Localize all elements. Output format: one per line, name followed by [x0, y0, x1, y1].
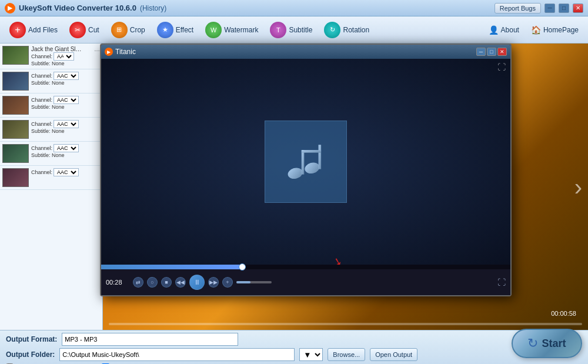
- file-thumb-4: [2, 144, 29, 163]
- channel-select-2[interactable]: AAC: [54, 96, 79, 104]
- list-item: Channel: AAC Subtitle: None: [0, 118, 102, 142]
- file-info-1: Channel: AAC Subtitle: None: [31, 72, 100, 86]
- homepage-label: HomePage: [543, 26, 579, 34]
- add-files-button[interactable]: + Add Files: [5, 19, 62, 41]
- file-thumb-1: [2, 72, 29, 91]
- file-thumb-0: [2, 46, 29, 65]
- output-format-row: Output Format:: [6, 333, 582, 346]
- bottom-bar: Output Format: Output Folder: ▼ Browse..…: [0, 330, 588, 364]
- title-bar: ▶ UkeySoft Video Converter 10.6.0 (Histo…: [0, 0, 588, 16]
- app-title: UkeySoft Video Converter 10.6.0: [19, 4, 136, 12]
- modal-close-button[interactable]: ✕: [497, 48, 507, 56]
- output-folder-row: Output Folder: ▼ Browse... Open Output: [6, 348, 582, 361]
- volume-fill: [236, 281, 250, 283]
- channel-select-3[interactable]: AAC: [54, 120, 79, 128]
- channel-select-4[interactable]: AAC: [54, 144, 79, 152]
- cut-button[interactable]: ✂ Cut: [65, 19, 104, 41]
- modal-maximize-button[interactable]: □: [487, 48, 496, 56]
- prev-button[interactable]: ◀◀: [175, 277, 186, 288]
- channel-select-0[interactable]: AAC: [54, 52, 74, 61]
- crop-icon: ⊞: [111, 22, 128, 38]
- crop-button[interactable]: ⊞ Crop: [106, 19, 150, 41]
- output-folder-label: Output Folder:: [6, 350, 55, 359]
- output-format-input[interactable]: [62, 333, 238, 346]
- watermark-button[interactable]: W Watermark: [201, 19, 263, 41]
- app-logo: ▶: [5, 3, 15, 14]
- browse-button[interactable]: Browse...: [328, 348, 365, 361]
- progress-fill: [101, 265, 245, 269]
- time-display: 00:28: [106, 279, 129, 286]
- add-files-icon: +: [9, 22, 26, 38]
- start-icon: ↻: [527, 336, 538, 351]
- fullscreen-icon[interactable]: ⛶: [497, 62, 506, 72]
- crop-label: Crop: [130, 26, 145, 34]
- subtitle-label-0: Subtitle: None: [31, 61, 65, 66]
- list-item: Channel: AAC Subtitle: None: [0, 69, 102, 93]
- effect-button[interactable]: ★ Effect: [152, 19, 198, 41]
- svg-point-1: [303, 161, 320, 175]
- subtitle-button[interactable]: T Subtitle: [265, 19, 317, 41]
- rotation-label: Rotation: [343, 26, 369, 34]
- play-pause-button[interactable]: ⏸: [189, 275, 205, 290]
- progress-bar[interactable]: [101, 265, 510, 269]
- start-button[interactable]: ↻ Start: [512, 329, 582, 358]
- preview-slider[interactable]: [109, 323, 582, 325]
- modal-logo: ▶: [105, 48, 113, 56]
- modal-title-bar: ▶ Titanic ─ □ ✕: [101, 45, 510, 59]
- svg-point-0: [286, 166, 303, 181]
- file-menu-dots[interactable]: …: [94, 46, 100, 52]
- music-icon-container: [265, 121, 347, 203]
- file-thumb-5: [2, 168, 29, 187]
- modal-title: Titanic: [115, 48, 476, 56]
- start-label: Start: [542, 338, 566, 350]
- volume-slider[interactable]: [236, 281, 272, 283]
- svg-rect-3: [319, 145, 322, 169]
- output-format-label: Output Format:: [6, 335, 57, 343]
- next-button[interactable]: ▶▶: [208, 277, 219, 288]
- music-note-svg: [279, 135, 332, 188]
- output-folder-input[interactable]: [59, 348, 295, 361]
- progress-container: ➘: [101, 265, 510, 269]
- modal-win-buttons: ─ □ ✕: [476, 48, 507, 56]
- rotation-button[interactable]: ↻ Rotation: [319, 19, 374, 41]
- channel-select-5[interactable]: AAC: [54, 168, 79, 176]
- start-btn-container: ↻ Start: [512, 329, 582, 358]
- list-item: Channel: AAC: [0, 166, 102, 190]
- effect-label: Effect: [176, 26, 193, 34]
- homepage-button[interactable]: 🏠 HomePage: [526, 23, 583, 37]
- file-info-0: Jack the Giant Slayer.mp4 … Channel: AAC…: [31, 46, 100, 66]
- volume-button[interactable]: +: [222, 277, 233, 288]
- effect-icon: ★: [157, 22, 173, 38]
- maximize-button[interactable]: □: [559, 4, 569, 13]
- title-right: Report Bugs ─ □ ✕: [495, 3, 583, 14]
- report-bugs-button[interactable]: Report Bugs: [495, 3, 541, 14]
- close-button[interactable]: ✕: [573, 4, 583, 13]
- stop-button[interactable]: ■: [161, 277, 172, 288]
- list-item: Channel: AAC Subtitle: None: [0, 142, 102, 166]
- history-label: (History): [140, 4, 166, 12]
- rotation-icon: ↻: [324, 22, 340, 38]
- loop-button[interactable]: ○: [147, 277, 158, 288]
- add-files-label: Add Files: [28, 26, 58, 34]
- modal-minimize-button[interactable]: ─: [476, 48, 486, 56]
- toolbar: + Add Files ✂ Cut ⊞ Crop ★ Effect W Wate…: [0, 16, 588, 44]
- file-item-header: Jack the Giant Slayer.mp4 … Channel: AAC…: [0, 44, 102, 69]
- svg-rect-4: [302, 150, 321, 153]
- open-output-button[interactable]: Open Output: [370, 348, 417, 361]
- shuffle-button[interactable]: ⇄: [133, 277, 143, 288]
- watermark-icon: W: [205, 22, 222, 38]
- preview-arrow: ›: [574, 173, 582, 200]
- video-player-modal: ▶ Titanic ─ □ ✕ ⛶: [100, 44, 512, 296]
- subtitle-label: Subtitle: [289, 26, 312, 34]
- channel-row-0: Channel: AAC: [31, 52, 100, 61]
- file-name: Jack the Giant Slayer.mp4: [31, 46, 84, 52]
- folder-dropdown[interactable]: ▼: [299, 348, 323, 361]
- list-item: Channel: AAC Subtitle: None: [0, 93, 102, 118]
- file-thumb-3: [2, 120, 29, 139]
- expand-button[interactable]: ⛶: [497, 278, 506, 287]
- file-name-row: Jack the Giant Slayer.mp4 …: [31, 46, 100, 52]
- about-button[interactable]: 👤 About: [484, 23, 524, 37]
- controls-bar: 00:28 ⇄ ○ ■ ◀◀ ⏸ ▶▶ + ⛶: [101, 269, 510, 295]
- channel-select-1[interactable]: AAC: [54, 72, 79, 80]
- minimize-button[interactable]: ─: [544, 4, 555, 13]
